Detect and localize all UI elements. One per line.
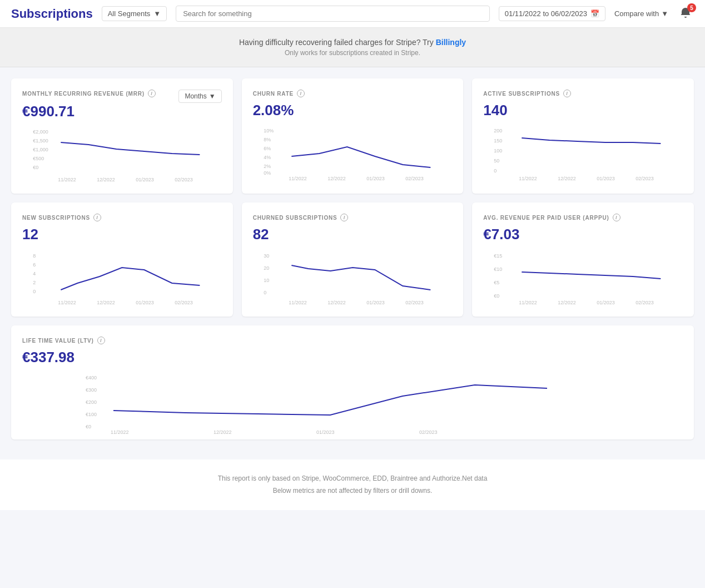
svg-text:€1,500: €1,500 [33,138,48,144]
active-subs-chart: 200 150 100 50 0 11/2022 12/2022 01/2023… [483,126,683,181]
ltv-chart: €400 €300 €200 €100 €0 11/2022 12/2022 0… [22,373,683,428]
chevron-down-icon: ▼ [661,9,668,18]
new-subs-info-icon[interactable]: i [93,214,101,221]
svg-text:12/2022: 12/2022 [97,177,115,182]
svg-text:01/2023: 01/2023 [597,300,615,305]
arppu-card: AVG. REVENUE PER PAID USER (ARPPU) i €7.… [472,202,694,317]
svg-text:4: 4 [33,271,36,276]
calendar-icon: 📅 [590,9,599,18]
notification-button[interactable]: 5 [677,4,694,23]
svg-text:0%: 0% [264,170,271,176]
svg-text:01/2023: 01/2023 [366,300,385,305]
svg-text:0: 0 [33,289,36,294]
new-subs-chart: 8 6 4 2 0 11/2022 12/2022 01/2023 02/202… [22,250,222,305]
ltv-value: €337.98 [22,349,683,366]
segments-dropdown[interactable]: All Segments ▼ [102,6,167,21]
search-input[interactable] [176,6,490,22]
metrics-row-1: MONTHLY RECURRING REVENUE (MRR) i Months… [11,78,694,194]
new-subs-title: NEW SUBSCRIPTIONS i [22,214,222,221]
svg-text:150: 150 [494,138,503,144]
date-range-picker[interactable]: 01/11/2022 to 06/02/2023 📅 [499,6,605,21]
churned-subs-card: CHURNED SUBSCRIPTIONS i 82 30 20 10 0 11… [242,202,464,317]
new-subs-value: 12 [22,226,222,243]
compare-with-dropdown[interactable]: Compare with ▼ [614,9,668,18]
svg-text:02/2023: 02/2023 [419,429,438,435]
footer: This report is only based on Stripe, Woo… [0,459,705,510]
svg-text:€2,000: €2,000 [33,129,48,135]
svg-text:01/2023: 01/2023 [136,177,154,182]
mrr-title: MONTHLY RECURRING REVENUE (MRR) i [22,90,156,97]
header: Subscriptions All Segments ▼ 01/11/2022 … [0,0,705,28]
chevron-down-icon: ▼ [209,92,216,100]
svg-text:11/2022: 11/2022 [289,176,307,181]
ltv-info-icon[interactable]: i [97,337,105,344]
ltv-title: LIFE TIME VALUE (LTV) i [22,337,683,344]
mrr-value: €990.71 [22,103,222,120]
svg-text:01/2023: 01/2023 [597,176,615,181]
churn-title: CHURN RATE i [253,90,453,97]
svg-text:11/2022: 11/2022 [519,176,538,181]
svg-text:12/2022: 12/2022 [558,176,577,181]
svg-text:€400: €400 [86,375,97,381]
churn-info-icon[interactable]: i [297,90,305,97]
chevron-down-icon: ▼ [153,9,161,18]
svg-text:11/2022: 11/2022 [58,177,76,182]
svg-text:€1,000: €1,000 [33,147,48,152]
mrr-info-icon[interactable]: i [148,90,156,97]
svg-text:8: 8 [33,253,36,259]
svg-text:2: 2 [33,280,36,285]
arppu-info-icon[interactable]: i [613,214,620,221]
svg-text:12/2022: 12/2022 [97,300,115,305]
svg-text:0: 0 [494,168,497,174]
svg-text:2%: 2% [264,164,271,169]
svg-text:12/2022: 12/2022 [214,429,232,435]
active-subs-value: 140 [483,102,683,119]
svg-text:0: 0 [264,290,266,295]
svg-text:200: 200 [494,128,503,134]
svg-text:8%: 8% [264,137,271,142]
months-dropdown[interactable]: Months ▼ [178,90,221,103]
metrics-row-2: NEW SUBSCRIPTIONS i 12 8 6 4 2 0 11/2022… [11,202,694,317]
svg-text:12/2022: 12/2022 [327,176,346,181]
svg-text:11/2022: 11/2022 [111,429,129,435]
svg-text:11/2022: 11/2022 [289,300,307,305]
main-content: MONTHLY RECURRING REVENUE (MRR) i Months… [0,67,705,459]
svg-text:20: 20 [264,265,269,271]
active-subs-title: ACTIVE SUBSCRIPTIONS i [483,90,683,97]
svg-text:02/2023: 02/2023 [175,177,193,182]
svg-text:01/2023: 01/2023 [136,300,154,305]
new-subs-card: NEW SUBSCRIPTIONS i 12 8 6 4 2 0 11/2022… [11,202,233,317]
metrics-row-3: LIFE TIME VALUE (LTV) i €337.98 €400 €30… [11,325,694,439]
svg-text:30: 30 [264,253,269,259]
churned-subs-chart: 30 20 10 0 11/2022 12/2022 01/2023 02/20… [253,250,453,305]
active-subs-card: ACTIVE SUBSCRIPTIONS i 140 200 150 100 5… [472,78,694,194]
svg-text:02/2023: 02/2023 [405,176,424,181]
svg-text:01/2023: 01/2023 [316,429,335,435]
svg-text:01/2023: 01/2023 [366,176,385,181]
svg-text:02/2023: 02/2023 [636,300,654,305]
churned-subs-title: CHURNED SUBSCRIPTIONS i [253,214,453,221]
active-subs-info-icon[interactable]: i [563,90,571,97]
svg-text:€5: €5 [494,280,500,285]
svg-text:€300: €300 [86,387,97,393]
svg-text:€500: €500 [33,156,44,161]
svg-text:€10: €10 [494,266,503,272]
billingly-link[interactable]: Billingly [436,38,466,47]
svg-text:12/2022: 12/2022 [327,300,346,305]
svg-text:6: 6 [33,262,36,268]
svg-text:€100: €100 [86,412,97,417]
svg-text:02/2023: 02/2023 [636,176,654,181]
svg-text:02/2023: 02/2023 [175,300,193,305]
arppu-value: €7.03 [483,226,683,243]
arppu-title: AVG. REVENUE PER PAID USER (ARPPU) i [483,214,683,221]
svg-text:02/2023: 02/2023 [405,300,424,305]
churn-chart: 10% 8% 6% 4% 2% 0% 11/2022 12/2022 01/20… [253,126,453,181]
svg-text:100: 100 [494,148,503,154]
svg-text:6%: 6% [264,146,271,151]
churned-subs-value: 82 [253,226,453,243]
churned-subs-info-icon[interactable]: i [340,214,348,221]
svg-text:€200: €200 [86,399,97,405]
mrr-card: MONTHLY RECURRING REVENUE (MRR) i Months… [11,78,233,194]
churn-card: CHURN RATE i 2.08% 10% 8% 6% 4% 2% 0% 11… [242,78,464,194]
svg-text:€0: €0 [494,293,500,299]
